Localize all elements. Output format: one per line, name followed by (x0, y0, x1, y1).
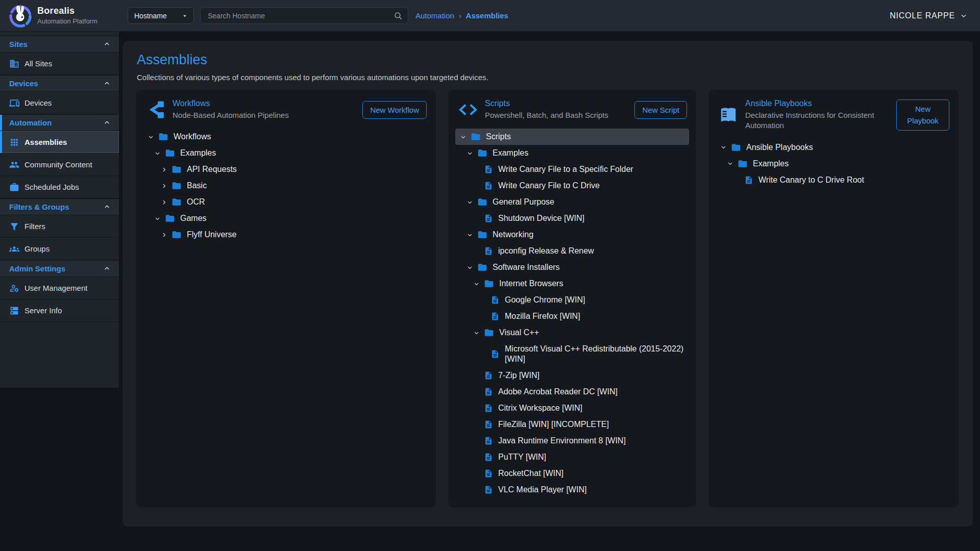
chevron-down-icon[interactable] (473, 329, 480, 337)
sidebar-section-automation[interactable]: Automation (0, 114, 119, 131)
tree-item-label: RocketChat [WIN] (498, 465, 564, 482)
tree-item-file-write-canary-file-to-a-specific-folder[interactable]: Write Canary File to a Specific Folder (455, 161, 689, 178)
chevron-down-icon[interactable] (726, 160, 734, 167)
new-script-button[interactable]: New Script (634, 101, 687, 119)
sidebar-item-all-sites[interactable]: All Sites (0, 53, 119, 75)
search-icon (394, 11, 403, 20)
sidebar-item-label: Filters (24, 222, 45, 231)
tree-item-folder-flyff-universe[interactable]: Flyff Universe (143, 227, 429, 243)
tree-item-file-google-chrome-win[interactable]: Google Chrome [WIN] (455, 292, 689, 308)
card-titles: WorkflowsNode-Based Automation Pipelines (173, 99, 355, 120)
sidebar-item-devices[interactable]: Devices (0, 92, 119, 114)
tree-item-label: Microsoft Visual C++ Redistributable (20… (505, 341, 685, 367)
tree-item-file-adobe-acrobat-reader-dc-win[interactable]: Adobe Acrobat Reader DC [WIN] (455, 384, 689, 400)
tree-item-file-write-canary-to-c-drive-root[interactable]: Write Canary to C Drive Root (716, 172, 951, 188)
tree-workflows: WorkflowsExamplesAPI RequestsBasicOCRGam… (143, 129, 429, 243)
breadcrumb-automation[interactable]: Automation (415, 11, 454, 20)
tree-item-file-citrix-workspace-win[interactable]: Citrix Workspace [WIN] (455, 400, 689, 416)
tree-item-folder-ocr[interactable]: OCR (143, 194, 429, 210)
chevron-down-icon[interactable] (466, 264, 474, 271)
tree-item-folder-scripts[interactable]: Scripts (455, 129, 689, 145)
tree-item-file-7-zip-win[interactable]: 7-Zip [WIN] (455, 367, 689, 384)
tree-item-file-java-runtime-environment-8-win[interactable]: Java Runtime Environment 8 [WIN] (455, 433, 689, 449)
tree-item-folder-examples[interactable]: Examples (716, 156, 951, 172)
chevron-down-icon[interactable] (720, 143, 727, 151)
tree-item-label: Google Chrome [WIN] (505, 292, 585, 308)
chevron-up-icon (103, 40, 111, 48)
breadcrumb-assemblies[interactable]: Assemblies (466, 11, 508, 20)
new-playbook-button[interactable]: New Playbook (896, 99, 949, 131)
user-menu[interactable]: NICOLE RAPPE (890, 11, 968, 20)
tree-item-folder-general-purpose[interactable]: General Purpose (455, 194, 689, 210)
chevron-down-icon[interactable] (154, 149, 161, 157)
chevron-up-icon (103, 80, 111, 87)
chevron-down-icon[interactable] (466, 149, 474, 157)
tree-item-file-ipconfig-release-renew[interactable]: ipconfig Release & Renew (455, 243, 689, 259)
app-logo[interactable]: Borealis Automation Platform (0, 4, 119, 28)
tree-item-file-vlc-media-player-win[interactable]: VLC Media Player [WIN] (455, 482, 689, 498)
folder-icon (477, 262, 487, 272)
tree-item-file-filezilla-win-incomplete[interactable]: FileZilla [WIN] [INCOMPLETE] (455, 416, 689, 433)
chevron-down-icon[interactable] (466, 231, 474, 239)
tree-item-folder-examples[interactable]: Examples (143, 145, 429, 161)
tree-item-file-write-canary-file-to-c-drive[interactable]: Write Canary File to C Drive (455, 178, 689, 194)
rabbit-logo-icon (8, 4, 33, 28)
sidebar-item-scheduled-jobs[interactable]: Scheduled Jobs (0, 176, 119, 198)
new-workflow-button[interactable]: New Workflow (362, 101, 427, 119)
sidebar-item-label: Community Content (24, 160, 92, 169)
hostname-select[interactable]: Hostname (128, 7, 194, 24)
filter-icon (9, 221, 19, 232)
sidebar-section-filters-groups[interactable]: Filters & Groups (0, 198, 119, 215)
tree-item-folder-workflows[interactable]: Workflows (143, 129, 429, 145)
tree-item-file-rocketchat-win[interactable]: RocketChat [WIN] (455, 465, 689, 482)
sidebar-item-community-content[interactable]: Community Content (0, 154, 119, 176)
sidebar-item-label: User Management (24, 284, 87, 292)
tree-item-label: Examples (493, 145, 528, 161)
chevron-down-icon[interactable] (466, 198, 474, 206)
tree-item-folder-ansible-playbooks[interactable]: Ansible Playbooks (716, 139, 951, 156)
tree-item-label: Write Canary File to a Specific Folder (498, 161, 633, 178)
chevron-right-icon[interactable] (160, 231, 168, 239)
tree-item-file-mozilla-firefox-win[interactable]: Mozilla Firefox [WIN] (455, 308, 689, 324)
sidebar-item-assemblies[interactable]: Assemblies (0, 131, 119, 154)
tree-item-folder-api-requests[interactable]: API Requests (143, 161, 429, 178)
sidebar-section-admin-settings[interactable]: Admin Settings (0, 260, 119, 277)
search-input[interactable] (207, 11, 394, 20)
tree-item-folder-networking[interactable]: Networking (455, 227, 689, 243)
chevron-down-icon[interactable] (154, 215, 161, 222)
tree-item-label: Write Canary to C Drive Root (758, 172, 864, 188)
tree-item-folder-games[interactable]: Games (143, 210, 429, 227)
chevron-down-icon[interactable] (147, 133, 155, 141)
page-title: Assemblies (137, 52, 960, 68)
breadcrumb-separator-icon: › (459, 12, 461, 20)
sidebar-section-sites[interactable]: Sites (0, 36, 119, 53)
card-titles: ScriptsPowershell, Batch, and Bash Scrip… (485, 99, 627, 120)
chevron-right-icon[interactable] (160, 182, 168, 190)
tree-item-file-putty-win[interactable]: PuTTY [WIN] (455, 449, 689, 465)
card-subtitle: Powershell, Batch, and Bash Scripts (485, 110, 627, 120)
briefcase-icon (9, 182, 19, 192)
tree-item-folder-visual-c[interactable]: Visual C++ (455, 324, 689, 341)
chevron-right-icon[interactable] (160, 166, 168, 173)
sidebar-section-devices[interactable]: Devices (0, 75, 119, 92)
file-icon (484, 165, 493, 174)
tree-item-label: Examples (180, 145, 216, 161)
sidebar-item-user-management[interactable]: User Management (0, 277, 119, 299)
sidebar-item-groups[interactable]: Groups (0, 238, 119, 260)
chevron-down-icon[interactable] (459, 133, 467, 141)
tree-item-folder-software-installers[interactable]: Software Installers (455, 259, 689, 276)
tree-item-label: ipconfig Release & Renew (498, 243, 594, 259)
tree-item-folder-internet-browsers[interactable]: Internet Browsers (455, 276, 689, 292)
file-icon (491, 349, 500, 359)
card-header-playbooks: Ansible PlaybooksDeclarative Instruction… (716, 97, 951, 131)
file-icon (484, 371, 493, 380)
sidebar-item-server-info[interactable]: Server Info (0, 299, 119, 322)
chevron-right-icon[interactable] (160, 198, 168, 206)
tree-item-folder-basic[interactable]: Basic (143, 178, 429, 194)
chevron-down-icon[interactable] (473, 280, 480, 288)
tree-item-folder-examples[interactable]: Examples (455, 145, 689, 161)
tree-item-file-shutdown-device-win[interactable]: Shutdown Device [WIN] (455, 210, 689, 227)
sidebar-item-filters[interactable]: Filters (0, 215, 119, 238)
server-icon (9, 306, 19, 316)
tree-item-file-microsoft-visual-c-redistributable-2015-2022-win[interactable]: Microsoft Visual C++ Redistributable (20… (455, 341, 689, 367)
